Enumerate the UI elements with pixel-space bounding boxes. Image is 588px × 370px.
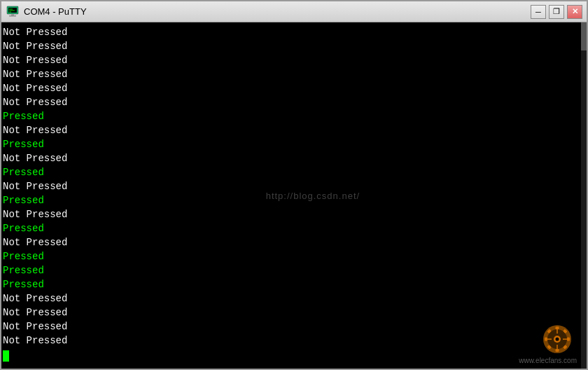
title-bar-left: COM4 - PuTTY <box>6 5 87 19</box>
terminal-line: Not Pressed <box>3 67 580 81</box>
window-controls: ─ ❐ ✕ <box>531 5 582 19</box>
terminal-line: Not Pressed <box>3 207 580 221</box>
terminal-content: Not PressedNot PressedNot PressedNot Pre… <box>1 22 581 369</box>
terminal-line: Pressed <box>3 193 580 207</box>
window-title: COM4 - PuTTY <box>24 6 87 17</box>
terminal-line: Not Pressed <box>3 151 580 165</box>
terminal-line: Pressed <box>3 278 580 292</box>
scrollbar[interactable] <box>581 22 587 369</box>
close-button[interactable]: ✕ <box>567 5 582 19</box>
svg-rect-2 <box>11 14 14 15</box>
terminal-line: Pressed <box>3 221 580 235</box>
minimize-button[interactable]: ─ <box>531 5 546 19</box>
svg-rect-3 <box>9 15 16 17</box>
terminal-line: Not Pressed <box>3 81 580 95</box>
terminal-line: Not Pressed <box>3 95 580 109</box>
terminal-line: Not Pressed <box>3 306 580 320</box>
terminal-line: Not Pressed <box>3 292 580 306</box>
terminal-line: Not Pressed <box>3 39 580 53</box>
terminal-line <box>3 348 580 362</box>
putty-icon <box>6 5 20 19</box>
terminal-line: Pressed <box>3 263 580 278</box>
terminal-line: Not Pressed <box>3 123 580 137</box>
terminal-line: Pressed <box>3 165 580 179</box>
title-bar: COM4 - PuTTY ─ ❐ ✕ <box>1 1 587 22</box>
terminal-line: Pressed <box>3 137 580 151</box>
terminal-line: Not Pressed <box>3 25 580 39</box>
terminal-line: Not Pressed <box>3 179 580 193</box>
terminal-line: Not Pressed <box>3 53 580 67</box>
terminal-area[interactable]: Not PressedNot PressedNot PressedNot Pre… <box>1 22 587 369</box>
terminal-line: Not Pressed <box>3 320 580 334</box>
terminal-line: Not Pressed <box>3 235 580 249</box>
scrollbar-thumb[interactable] <box>581 22 587 50</box>
cursor <box>3 350 9 362</box>
restore-button[interactable]: ❐ <box>549 5 564 19</box>
terminal-line: Pressed <box>3 109 580 123</box>
putty-window: COM4 - PuTTY ─ ❐ ✕ Not PressedNot Presse… <box>0 0 588 370</box>
terminal-line: Not Pressed <box>3 334 580 348</box>
terminal-line: Pressed <box>3 249 580 263</box>
